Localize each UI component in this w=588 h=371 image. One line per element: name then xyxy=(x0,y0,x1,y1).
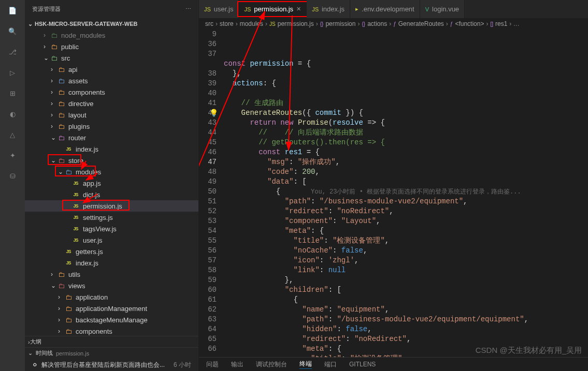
remote-icon[interactable]: ◐ xyxy=(6,108,19,120)
tree-row-getters-js[interactable]: JSgetters.js xyxy=(25,246,198,257)
tree-row-index-js[interactable]: JSindex.js xyxy=(25,143,198,155)
panel-tab-2[interactable]: 调试控制台 xyxy=(256,360,287,369)
debug-icon[interactable]: ▷ xyxy=(6,66,19,79)
crumb-7[interactable]: <function> xyxy=(455,20,484,27)
tree-row-directive[interactable]: ›🗀directive xyxy=(25,98,198,109)
tree-row-src[interactable]: ⌄🗀src xyxy=(25,52,198,64)
tree-row-app-js[interactable]: JSapp.js xyxy=(25,177,198,189)
code-content[interactable]: 💡 const permission = { }, actions: { // … xyxy=(224,29,588,357)
tree-row-router[interactable]: ⌄🗀router xyxy=(25,132,198,143)
gitlens-icon[interactable]: ✦ xyxy=(6,149,19,161)
breadcrumb[interactable]: src›store›modules›JSpermission.js›{}perm… xyxy=(199,18,588,29)
extensions-icon[interactable]: ⊞ xyxy=(6,87,19,99)
code-line[interactable]: const permission = { xyxy=(224,59,588,69)
code-line[interactable]: "data": [ xyxy=(224,177,588,187)
crumb-4[interactable]: permission xyxy=(325,20,355,27)
timeline-section[interactable]: ⌄ 时间线 permission.js xyxy=(25,347,198,359)
panel-tab-4[interactable]: 端口 xyxy=(324,360,337,369)
tab-login-vue[interactable]: Vlogin.vue xyxy=(420,0,465,18)
tab-permission-js[interactable]: JSpermission.js✕ xyxy=(239,0,307,18)
tree-row-assets[interactable]: ›🗀assets xyxy=(25,75,198,86)
crumb-8[interactable]: res1 xyxy=(495,20,507,27)
code-line[interactable]: { xyxy=(224,295,588,305)
tree-row-components[interactable]: ›🗀components xyxy=(25,325,198,336)
code-line[interactable]: // getRouters().then(res => { xyxy=(224,138,588,147)
crumb-1[interactable]: store xyxy=(220,20,234,27)
panel-tab-1[interactable]: 输出 xyxy=(231,360,243,369)
db-icon[interactable]: ⛁ xyxy=(6,170,19,182)
outline-section[interactable]: › 大纲 xyxy=(25,336,198,347)
chevron-icon: › xyxy=(51,271,57,278)
tree-row-components[interactable]: ›🗀components xyxy=(25,86,198,98)
tree-row-permission-js[interactable]: JSpermission.js xyxy=(25,200,198,212)
code-line[interactable]: // // 向后端请求路由数据 xyxy=(224,128,588,138)
crumb-3[interactable]: permission.js xyxy=(278,20,314,27)
tree-row-tagsView-js[interactable]: JStagsView.js xyxy=(25,223,198,234)
scm-icon[interactable]: ⎇ xyxy=(6,46,19,58)
code-line[interactable]: "children": [ xyxy=(224,285,588,295)
code-line[interactable]: "title": "检测设备管理", xyxy=(224,236,588,246)
tree-row-plugins[interactable]: ›🗀plugins xyxy=(25,121,198,132)
code-line[interactable]: "code": 200, xyxy=(224,167,588,177)
panel-tab-3[interactable]: 终端 xyxy=(299,360,312,369)
timeline-time: 6 小时 xyxy=(174,361,191,369)
code-line[interactable]: { You, 23小时前 • 根据登录页面选择不同的登录系统进行登录，路由鉴..… xyxy=(224,187,588,197)
code-line[interactable]: GenerateRoutes({ commit }) { xyxy=(224,108,588,118)
panel-tab-0[interactable]: 问题 xyxy=(206,360,219,369)
tree-row-store[interactable]: ⌄🗀store xyxy=(25,155,198,166)
lightbulb-icon[interactable]: 💡 xyxy=(209,109,218,118)
tree-row-user-js[interactable]: JSuser.js xyxy=(25,234,198,246)
tab-index-js[interactable]: JSindex.js xyxy=(307,0,350,18)
code-line[interactable]: "icon": 'zhgl', xyxy=(224,256,588,265)
tree-row-public[interactable]: ›🗀public xyxy=(25,41,198,52)
search-icon[interactable]: 🔍 xyxy=(6,25,19,37)
tree-row-dict-js[interactable]: JSdict.js xyxy=(25,189,198,200)
code-line[interactable]: const res1 = { xyxy=(224,147,588,157)
code-editor[interactable]: 9363738394041424344454647484950515253545… xyxy=(199,29,588,357)
tree-row-applicationManagement[interactable]: ›🗀applicationManagement xyxy=(25,303,198,314)
explorer-icon[interactable]: 📄 xyxy=(6,4,19,17)
crumb-0[interactable]: src xyxy=(205,20,213,27)
code-line[interactable]: "component": "Layout", xyxy=(224,216,588,226)
tree-row-index-js[interactable]: JSindex.js xyxy=(25,257,198,269)
code-line[interactable]: }, xyxy=(224,275,588,285)
code-line[interactable]: "name": "equipment", xyxy=(224,305,588,315)
tree-row-node_modules[interactable]: ›🗀node_modules xyxy=(25,29,198,41)
timeline-item[interactable]: ⭘ 解决管理后台基座登陆后刷新页面路由也会... 6 小时 xyxy=(25,359,198,371)
code-line[interactable]: actions: { xyxy=(224,79,588,88)
code-line[interactable]: "path": "/business-module-vue2/equipment… xyxy=(224,315,588,324)
tree-row-backstageMenuManage[interactable]: ›🗀backstageMenuManage xyxy=(25,314,198,325)
code-line[interactable] xyxy=(224,88,588,98)
code-line[interactable]: "title": "检测设备管理", xyxy=(224,354,588,357)
tree-row-application[interactable]: ›🗀application xyxy=(25,291,198,303)
close-icon[interactable]: ✕ xyxy=(296,6,301,12)
tab-user-js[interactable]: JSuser.js xyxy=(199,0,239,18)
code-line[interactable]: "hidden": false, xyxy=(224,324,588,334)
code-line[interactable]: "meta": { xyxy=(224,226,588,236)
tree-row-settings-js[interactable]: JSsettings.js xyxy=(25,212,198,223)
code-line[interactable]: "path": "/business-module-vue2/equipment… xyxy=(224,197,588,206)
tree-row-modules[interactable]: ⌄🗀modules xyxy=(25,166,198,177)
tree-row-utils[interactable]: ›🗀utils xyxy=(25,269,198,280)
crumb-5[interactable]: actions xyxy=(367,20,387,27)
tab--env-development[interactable]: ▸.env.development xyxy=(350,0,420,18)
crumb-6[interactable]: GenerateRoutes xyxy=(398,20,444,27)
code-line[interactable]: // 生成路由 xyxy=(224,98,588,108)
code-line[interactable]: }, xyxy=(224,69,588,79)
code-line[interactable]: "noCache": false, xyxy=(224,246,588,256)
test-icon[interactable]: △ xyxy=(6,128,19,141)
code-line[interactable]: "link": null xyxy=(224,265,588,275)
crumb-2[interactable]: modules xyxy=(240,20,263,27)
tree-label: router xyxy=(68,134,86,142)
code-line[interactable]: "redirect": "noRedirect", xyxy=(224,334,588,344)
tree-row-views[interactable]: ⌄🗀views xyxy=(25,280,198,291)
tree-row-layout[interactable]: ›🗀layout xyxy=(25,109,198,121)
code-line[interactable]: "redirect": "noRedirect", xyxy=(224,206,588,216)
code-line[interactable]: "meta": { xyxy=(224,344,588,354)
more-icon[interactable]: ⋯ xyxy=(185,6,191,12)
tree-row-api[interactable]: ›🗀api xyxy=(25,64,198,75)
code-line[interactable]: return new Promise(resolve => { xyxy=(224,118,588,128)
project-header[interactable]: ⌄ HSK-MICRO-SERVER-GATEWAY-WEB xyxy=(25,18,198,29)
code-line[interactable]: "msg": "操作成功", xyxy=(224,157,588,167)
panel-tab-5[interactable]: GITLENS xyxy=(349,361,376,368)
